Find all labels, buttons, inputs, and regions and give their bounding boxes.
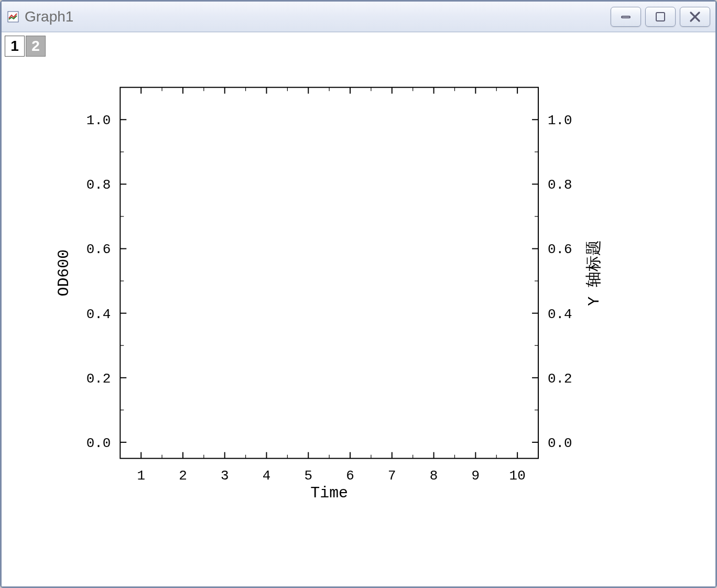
y-left-tick-labels: 0.00.20.40.60.81.0 [86, 113, 111, 451]
svg-text:1.0: 1.0 [86, 113, 111, 128]
close-button[interactable] [680, 7, 710, 27]
x-tick-labels: 12345678910 [137, 468, 525, 484]
y-axis-right-label[interactable]: Y 轴标题 [585, 240, 603, 306]
svg-text:0.0: 0.0 [548, 435, 572, 451]
window-controls [611, 7, 710, 27]
svg-text:2: 2 [179, 468, 187, 484]
svg-text:0.8: 0.8 [548, 177, 572, 193]
svg-text:6: 6 [346, 468, 354, 484]
svg-text:1.0: 1.0 [548, 113, 572, 128]
chart-area[interactable]: 12345678910 0.00.20.40.60.81.0 0.00.20.4… [2, 32, 715, 586]
svg-text:0.6: 0.6 [548, 242, 572, 257]
x-axis-top-ticks [141, 88, 517, 94]
svg-text:1: 1 [137, 468, 145, 484]
y-right-tick-labels: 0.00.20.40.60.81.0 [548, 113, 572, 451]
svg-text:0.8: 0.8 [86, 177, 111, 193]
window-title: Graph1 [25, 8, 611, 25]
layer-tab-1[interactable]: 1 [5, 36, 25, 57]
plot-frame [120, 88, 538, 459]
y-axis-left-label[interactable]: OD600 [55, 249, 73, 297]
svg-text:9: 9 [472, 468, 480, 484]
app-icon [7, 10, 19, 23]
maximize-button[interactable] [645, 7, 676, 27]
svg-text:0.2: 0.2 [548, 371, 572, 387]
x-axis-label[interactable]: Time [310, 484, 348, 502]
svg-text:3: 3 [221, 468, 229, 484]
layer-tabs: 1 2 [5, 36, 46, 57]
svg-text:10: 10 [509, 468, 526, 484]
svg-text:0.0: 0.0 [86, 435, 111, 451]
svg-rect-1 [622, 16, 630, 18]
layer-tab-2[interactable]: 2 [26, 36, 46, 57]
svg-text:7: 7 [388, 468, 396, 484]
svg-text:8: 8 [430, 468, 438, 484]
svg-text:4: 4 [263, 468, 271, 484]
svg-text:0.4: 0.4 [548, 307, 572, 322]
titlebar[interactable]: Graph1 [2, 2, 715, 32]
y-axis-left [120, 119, 126, 442]
x-axis [141, 452, 517, 459]
minimize-button[interactable] [611, 7, 641, 27]
graph-window: Graph1 1 2 [0, 0, 717, 588]
svg-text:5: 5 [304, 468, 312, 484]
svg-text:0.2: 0.2 [86, 371, 111, 387]
svg-rect-2 [656, 13, 665, 21]
svg-text:0.6: 0.6 [86, 242, 111, 257]
y-axis-right [532, 119, 538, 442]
client-area: 1 2 12345678910 [2, 32, 715, 586]
svg-text:0.4: 0.4 [86, 307, 111, 322]
chart-svg: 12345678910 0.00.20.40.60.81.0 0.00.20.4… [2, 32, 715, 586]
